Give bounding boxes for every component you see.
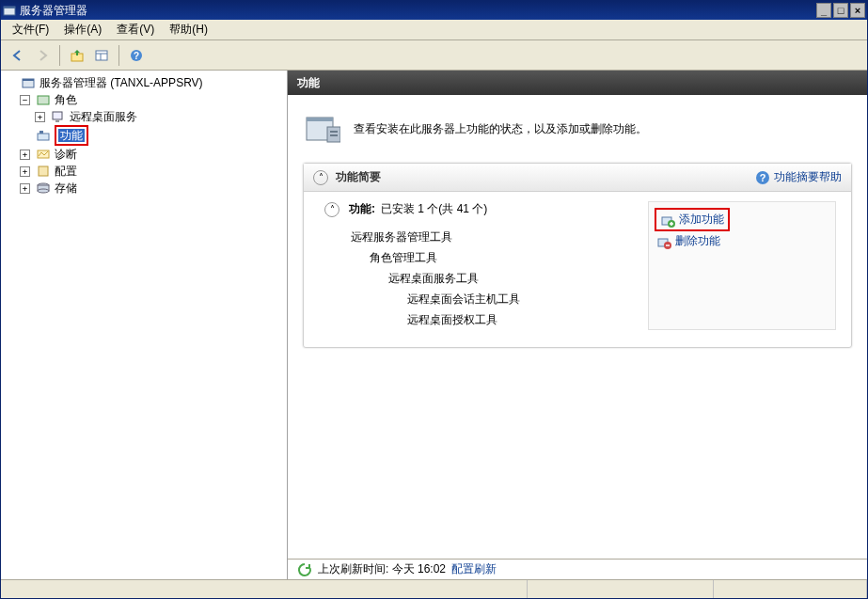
- tree-features-label: 功能: [58, 129, 85, 142]
- config-icon: [36, 164, 51, 179]
- content-statusbar: 上次刷新时间: 今天 16:02 配置刷新: [288, 559, 867, 579]
- features-count-row: ˄ 功能: 已安装 1 个(共 41 个): [324, 201, 629, 217]
- properties-button[interactable]: [90, 44, 113, 67]
- tree-config[interactable]: + 配置: [20, 163, 283, 180]
- up-level-button[interactable]: [66, 44, 88, 67]
- tree-diagnostics-label: 诊断: [55, 146, 77, 163]
- features-count: 已安装 1 个(共 41 个): [381, 201, 487, 217]
- svg-rect-24: [330, 134, 338, 136]
- refresh-icon: [297, 562, 312, 577]
- expand-icon[interactable]: +: [20, 150, 30, 160]
- toolbar-separator: [118, 45, 119, 66]
- svg-rect-14: [39, 131, 43, 134]
- tree-root[interactable]: 服务器管理器 (TANXL-APPSRV): [5, 74, 283, 91]
- tree-features[interactable]: 功能: [20, 125, 283, 146]
- tree-roles-label: 角色: [55, 91, 77, 108]
- features-icon: [36, 128, 51, 143]
- minimize-button[interactable]: _: [816, 3, 831, 18]
- tree-storage-label: 存储: [55, 180, 77, 197]
- window-title: 服务器管理器: [20, 3, 814, 19]
- intro-text: 查看安装在此服务器上功能的状态，以及添加或删除功能。: [354, 121, 647, 137]
- svg-rect-12: [55, 120, 59, 122]
- svg-rect-23: [330, 131, 338, 133]
- tree-diagnostics[interactable]: + 诊断: [20, 146, 283, 163]
- svg-rect-21: [307, 118, 333, 121]
- content-header-title: 功能: [297, 75, 320, 91]
- menu-action[interactable]: 操作(A): [56, 20, 109, 39]
- svg-rect-10: [38, 96, 49, 104]
- svg-text:?: ?: [760, 172, 766, 183]
- svg-rect-9: [23, 79, 34, 81]
- summary-help-label: 功能摘要帮助: [774, 169, 842, 185]
- configure-refresh-link[interactable]: 配置刷新: [451, 561, 497, 577]
- summary-section: ˄ 功能简要 ? 功能摘要帮助 ˄ 功能: 已安装 1 个(共 41 个: [303, 163, 852, 348]
- expand-icon[interactable]: +: [20, 166, 30, 177]
- summary-help-link[interactable]: ? 功能摘要帮助: [755, 169, 842, 185]
- expand-icon[interactable]: +: [20, 183, 30, 194]
- svg-rect-16: [39, 166, 48, 176]
- feature-item: 远程桌面会话主机工具: [407, 289, 629, 309]
- svg-rect-11: [53, 112, 62, 119]
- content-header: 功能: [288, 71, 867, 95]
- diagnostics-icon: [36, 147, 51, 162]
- titlebar: 服务器管理器 _ □ ×: [1, 1, 867, 20]
- svg-rect-13: [38, 134, 49, 140]
- remove-feature-link[interactable]: 删除功能: [655, 231, 829, 251]
- toolbar: ?: [1, 40, 867, 71]
- tree-remote-desktop-label: 远程桌面服务: [70, 108, 137, 125]
- feature-item: 远程服务器管理工具: [351, 227, 629, 247]
- remove-feature-icon: [656, 234, 671, 249]
- tree-pane: 服务器管理器 (TANXL-APPSRV) − 角色: [1, 71, 288, 579]
- storage-icon: [36, 181, 51, 196]
- menubar: 文件(F) 操作(A) 查看(V) 帮助(H): [1, 20, 867, 40]
- installed-features-tree: 远程服务器管理工具 角色管理工具 远程桌面服务工具 远程桌面会话主机工具 远程桌…: [351, 227, 629, 330]
- server-icon: [21, 75, 36, 90]
- svg-text:?: ?: [134, 51, 139, 61]
- feature-item: 远程桌面授权工具: [407, 309, 629, 330]
- expand-icon[interactable]: −: [20, 95, 30, 105]
- close-button[interactable]: ×: [850, 3, 865, 18]
- tree-config-label: 配置: [55, 163, 77, 180]
- toolbar-separator: [59, 45, 60, 66]
- roles-icon: [36, 92, 51, 107]
- nav-back-button[interactable]: [7, 44, 29, 67]
- add-feature-label: 添加功能: [679, 212, 724, 228]
- tree-remote-desktop[interactable]: + 远程桌面服务: [35, 108, 283, 125]
- svg-point-19: [38, 189, 49, 193]
- menu-help[interactable]: 帮助(H): [162, 20, 215, 39]
- tree-roles[interactable]: − 角色: [20, 91, 283, 108]
- summary-title: 功能简要: [336, 169, 755, 185]
- window-statusbar: [1, 579, 867, 598]
- intro-row: 查看安装在此服务器上功能的状态，以及添加或删除功能。: [303, 110, 852, 148]
- menu-view[interactable]: 查看(V): [109, 20, 162, 39]
- expand-icon[interactable]: +: [35, 112, 45, 122]
- menu-file[interactable]: 文件(F): [5, 20, 56, 39]
- tree-storage[interactable]: + 存储: [20, 180, 283, 197]
- server-large-icon: [303, 110, 340, 148]
- feature-item: 远程桌面服务工具: [388, 268, 629, 289]
- help-icon: ?: [755, 170, 770, 185]
- section-collapse-icon[interactable]: ˄: [313, 170, 328, 185]
- feature-item: 角色管理工具: [370, 247, 629, 268]
- svg-rect-3: [96, 51, 107, 60]
- subsection-collapse-icon[interactable]: ˄: [324, 202, 339, 217]
- remote-desktop-icon: [51, 109, 66, 124]
- remove-feature-label: 删除功能: [675, 233, 720, 249]
- tree-root-label: 服务器管理器 (TANXL-APPSRV): [39, 74, 203, 91]
- features-label: 功能:: [349, 202, 375, 215]
- last-refresh-text: 上次刷新时间: 今天 16:02: [318, 561, 446, 577]
- nav-forward-button[interactable]: [31, 44, 54, 67]
- add-feature-link[interactable]: 添加功能: [658, 210, 726, 229]
- help-button[interactable]: ?: [125, 44, 148, 67]
- svg-rect-1: [4, 7, 15, 8]
- maximize-button[interactable]: □: [833, 3, 848, 18]
- add-feature-icon: [660, 213, 675, 228]
- actions-panel: 添加功能 删除功能: [648, 201, 836, 330]
- app-icon: [3, 4, 16, 17]
